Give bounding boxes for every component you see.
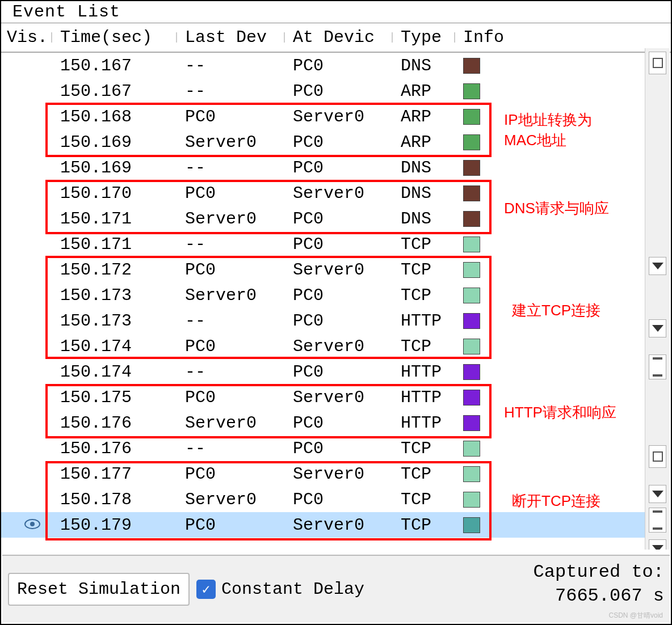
cell-last-device: -- <box>177 158 285 178</box>
cell-at-device: PC0 <box>285 413 393 433</box>
scrollbar[interactable] <box>645 48 670 550</box>
cell-type: DNS <box>393 209 455 229</box>
col-header-vis[interactable]: Vis. <box>1 28 52 47</box>
cell-last-device: PC0 <box>177 464 285 484</box>
color-swatch <box>463 364 480 380</box>
constant-delay-label: Constant Delay <box>221 580 364 599</box>
cell-info <box>455 441 506 457</box>
cell-info <box>455 237 506 252</box>
cell-info <box>455 262 506 278</box>
cell-info <box>455 339 506 354</box>
svg-point-1 <box>30 522 35 526</box>
cell-at-device: Server0 <box>285 464 393 484</box>
cell-info <box>455 313 506 329</box>
table-row[interactable]: 150.167--PC0DNS <box>1 53 646 78</box>
table-row[interactable]: 150.169--PC0DNS <box>1 155 646 180</box>
cell-info <box>455 58 506 74</box>
table-row[interactable]: 150.171Server0PC0DNS <box>1 206 646 231</box>
table-row[interactable]: 150.171--PC0TCP <box>1 231 646 257</box>
col-header-time[interactable]: Time(sec) <box>52 28 177 47</box>
cell-time: 150.176 <box>52 413 177 433</box>
table-row[interactable]: 150.177PC0Server0TCP <box>1 461 646 487</box>
table-row[interactable]: 150.173--PC0HTTP <box>1 308 646 333</box>
cell-last-device: Server0 <box>177 286 285 305</box>
cell-info <box>455 288 506 303</box>
cell-time: 150.167 <box>52 56 177 75</box>
event-table: Vis. Time(sec) Last Dev At Devic Type In… <box>1 23 671 53</box>
cell-time: 150.179 <box>52 516 177 535</box>
cell-time: 150.178 <box>52 490 177 509</box>
color-swatch <box>463 109 480 125</box>
scroll-bracket-1[interactable] <box>649 354 666 379</box>
color-swatch <box>463 237 480 252</box>
cell-last-device: -- <box>177 311 285 331</box>
col-header-type[interactable]: Type <box>393 28 455 47</box>
cell-at-device: Server0 <box>285 388 393 407</box>
cell-at-device: PC0 <box>285 286 393 305</box>
table-row[interactable]: 150.167--PC0ARP <box>1 78 646 104</box>
cell-last-device: -- <box>177 82 285 101</box>
constant-delay-checkbox[interactable] <box>196 580 216 599</box>
col-header-at[interactable]: At Devic <box>285 28 393 47</box>
table-row[interactable]: 150.168PC0Server0ARP <box>1 104 646 129</box>
col-header-info[interactable]: Info <box>455 28 506 47</box>
table-row[interactable]: 150.175PC0Server0HTTP <box>1 385 646 410</box>
scroll-thumb-mid[interactable] <box>649 445 666 468</box>
cell-at-device: PC0 <box>285 133 393 152</box>
cell-type: HTTP <box>393 413 455 433</box>
reset-simulation-button[interactable]: Reset Simulation <box>8 573 190 606</box>
table-row[interactable]: 150.174PC0Server0TCP <box>1 333 646 359</box>
cell-at-device: PC0 <box>285 311 393 331</box>
scroll-arrow-down-2[interactable] <box>649 319 666 337</box>
scroll-arrow-down-1[interactable] <box>649 257 666 275</box>
cell-type: ARP <box>393 82 455 101</box>
cell-last-device: Server0 <box>177 133 285 152</box>
cell-time: 150.171 <box>52 209 177 229</box>
table-row[interactable]: 150.173Server0PC0TCP <box>1 282 646 308</box>
cell-last-device: -- <box>177 362 285 382</box>
color-swatch <box>463 211 480 227</box>
cell-time: 150.168 <box>52 107 177 126</box>
cell-info <box>455 364 506 380</box>
cell-info <box>455 492 506 508</box>
cell-info <box>455 390 506 406</box>
color-swatch <box>463 134 480 150</box>
table-row[interactable]: 150.176--PC0TCP <box>1 436 646 461</box>
color-swatch <box>463 415 480 431</box>
table-row[interactable]: 150.172PC0Server0TCP <box>1 257 646 282</box>
scroll-arrow-down-3[interactable] <box>649 485 666 503</box>
cell-info <box>455 185 506 201</box>
cell-time: 150.176 <box>52 439 177 458</box>
table-row[interactable]: 150.170PC0Server0DNS <box>1 180 646 206</box>
cell-at-device: PC0 <box>285 209 393 229</box>
cell-at-device: PC0 <box>285 82 393 101</box>
table-row[interactable]: 150.176Server0PC0HTTP <box>1 410 646 436</box>
cell-time: 150.169 <box>52 133 177 152</box>
cell-vis <box>1 516 52 535</box>
cell-info <box>455 466 506 482</box>
color-swatch <box>463 313 480 329</box>
cell-last-device: PC0 <box>177 184 285 203</box>
color-swatch <box>463 288 480 303</box>
table-row[interactable]: 150.179PC0Server0TCP <box>1 512 646 538</box>
table-row[interactable]: 150.169Server0PC0ARP <box>1 129 646 155</box>
cell-time: 150.174 <box>52 362 177 382</box>
cell-info <box>455 83 506 99</box>
table-row[interactable]: 150.178Server0PC0TCP <box>1 487 646 512</box>
color-swatch <box>463 517 480 533</box>
scroll-bracket-2[interactable] <box>649 508 666 533</box>
cell-at-device: PC0 <box>285 490 393 509</box>
color-swatch <box>463 441 480 457</box>
color-swatch <box>463 83 480 99</box>
scroll-thumb-top[interactable] <box>649 52 666 74</box>
cell-time: 150.173 <box>52 311 177 331</box>
cell-type: TCP <box>393 490 455 509</box>
cell-last-device: PC0 <box>177 107 285 126</box>
col-header-last[interactable]: Last Dev <box>177 28 285 47</box>
color-swatch <box>463 466 480 482</box>
event-list-window: Event List Vis. Time(sec) Last Dev At De… <box>0 0 672 625</box>
scroll-arrow-down-4[interactable] <box>649 539 666 550</box>
cell-info <box>455 517 506 533</box>
cell-type: DNS <box>393 184 455 203</box>
table-row[interactable]: 150.174--PC0HTTP <box>1 359 646 385</box>
